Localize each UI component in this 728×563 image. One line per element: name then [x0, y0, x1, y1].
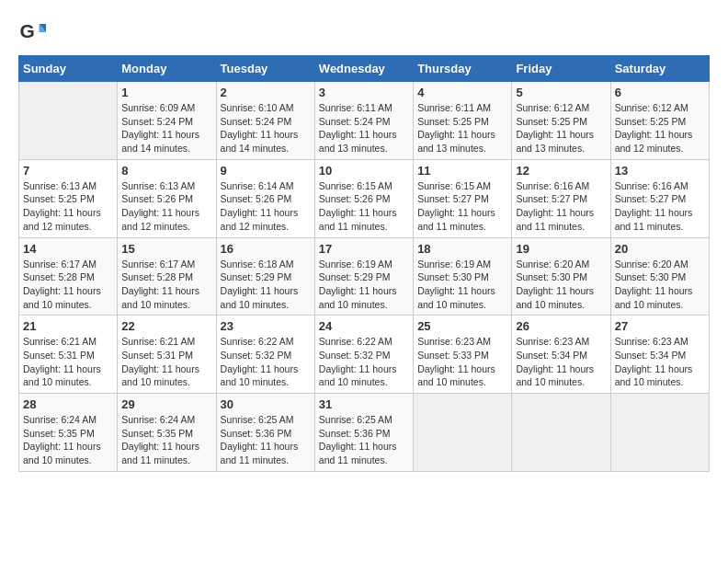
day-info: Sunrise: 6:14 AM Sunset: 5:26 PM Dayligh… — [221, 179, 311, 234]
day-cell: 18 Sunrise: 6:19 AM Sunset: 5:30 PM Dayl… — [414, 237, 512, 316]
day-number: 4 — [417, 86, 507, 99]
day-cell: 14 Sunrise: 6:17 AM Sunset: 5:28 PM Dayl… — [19, 237, 118, 316]
day-cell: 23 Sunrise: 6:22 AM Sunset: 5:32 PM Dayl… — [216, 316, 314, 394]
header-sunday: Sunday — [19, 56, 118, 82]
header-saturday: Saturday — [610, 56, 709, 82]
logo-icon: G — [18, 18, 46, 46]
day-number: 18 — [417, 242, 507, 256]
day-number: 15 — [121, 242, 211, 256]
calendar-table: SundayMondayTuesdayWednesdayThursdayFrid… — [18, 55, 710, 472]
logo: G — [18, 18, 50, 46]
day-cell: 13 Sunrise: 6:16 AM Sunset: 5:27 PM Dayl… — [610, 159, 709, 237]
day-info: Sunrise: 6:22 AM Sunset: 5:32 PM Dayligh… — [221, 335, 311, 389]
day-number: 2 — [221, 86, 311, 99]
day-info: Sunrise: 6:22 AM Sunset: 5:32 PM Dayligh… — [319, 335, 409, 389]
day-cell: 20 Sunrise: 6:20 AM Sunset: 5:30 PM Dayl… — [610, 237, 709, 316]
day-info: Sunrise: 6:24 AM Sunset: 5:35 PM Dayligh… — [23, 413, 113, 467]
day-cell: 22 Sunrise: 6:21 AM Sunset: 5:31 PM Dayl… — [118, 316, 216, 394]
day-number: 16 — [221, 242, 311, 256]
day-cell: 16 Sunrise: 6:18 AM Sunset: 5:29 PM Dayl… — [216, 237, 314, 316]
day-info: Sunrise: 6:19 AM Sunset: 5:29 PM Dayligh… — [319, 258, 409, 312]
day-cell: 8 Sunrise: 6:13 AM Sunset: 5:26 PM Dayli… — [118, 159, 216, 237]
day-number: 26 — [516, 319, 606, 333]
day-info: Sunrise: 6:21 AM Sunset: 5:31 PM Dayligh… — [121, 335, 211, 389]
header-thursday: Thursday — [414, 56, 512, 82]
day-cell: 21 Sunrise: 6:21 AM Sunset: 5:31 PM Dayl… — [19, 316, 118, 394]
day-cell: 15 Sunrise: 6:17 AM Sunset: 5:28 PM Dayl… — [118, 237, 216, 316]
day-number: 11 — [417, 164, 507, 178]
day-number: 21 — [23, 319, 113, 333]
day-number: 28 — [23, 397, 113, 411]
day-cell: 29 Sunrise: 6:24 AM Sunset: 5:35 PM Dayl… — [118, 394, 216, 472]
day-number: 29 — [121, 397, 211, 411]
day-cell: 30 Sunrise: 6:25 AM Sunset: 5:36 PM Dayl… — [216, 394, 314, 472]
day-cell: 28 Sunrise: 6:24 AM Sunset: 5:35 PM Dayl… — [19, 394, 118, 472]
day-cell: 4 Sunrise: 6:11 AM Sunset: 5:25 PM Dayli… — [414, 82, 512, 160]
day-number: 10 — [319, 164, 409, 178]
day-cell: 1 Sunrise: 6:09 AM Sunset: 5:24 PM Dayli… — [118, 82, 216, 160]
day-cell — [19, 82, 118, 160]
day-number: 14 — [23, 242, 113, 256]
day-cell: 11 Sunrise: 6:15 AM Sunset: 5:27 PM Dayl… — [414, 159, 512, 237]
header-monday: Monday — [118, 56, 216, 82]
day-info: Sunrise: 6:24 AM Sunset: 5:35 PM Dayligh… — [121, 413, 211, 467]
day-number: 20 — [615, 242, 705, 256]
day-info: Sunrise: 6:25 AM Sunset: 5:36 PM Dayligh… — [319, 413, 409, 467]
day-number: 23 — [221, 319, 311, 333]
day-number: 31 — [319, 397, 409, 411]
header-wednesday: Wednesday — [314, 56, 413, 82]
day-info: Sunrise: 6:15 AM Sunset: 5:26 PM Dayligh… — [319, 179, 409, 234]
day-info: Sunrise: 6:17 AM Sunset: 5:28 PM Dayligh… — [121, 258, 211, 312]
day-cell: 9 Sunrise: 6:14 AM Sunset: 5:26 PM Dayli… — [216, 159, 314, 237]
day-info: Sunrise: 6:10 AM Sunset: 5:24 PM Dayligh… — [221, 101, 311, 155]
day-number: 30 — [221, 397, 311, 411]
header-friday: Friday — [512, 56, 610, 82]
day-info: Sunrise: 6:09 AM Sunset: 5:24 PM Dayligh… — [121, 101, 211, 155]
week-row-1: 1 Sunrise: 6:09 AM Sunset: 5:24 PM Dayli… — [19, 82, 710, 160]
day-cell: 6 Sunrise: 6:12 AM Sunset: 5:25 PM Dayli… — [610, 82, 709, 160]
header-tuesday: Tuesday — [216, 56, 314, 82]
day-cell: 5 Sunrise: 6:12 AM Sunset: 5:25 PM Dayli… — [512, 82, 610, 160]
day-cell: 27 Sunrise: 6:23 AM Sunset: 5:34 PM Dayl… — [610, 316, 709, 394]
day-cell — [512, 394, 610, 472]
day-cell: 26 Sunrise: 6:23 AM Sunset: 5:34 PM Dayl… — [512, 316, 610, 394]
day-cell: 3 Sunrise: 6:11 AM Sunset: 5:24 PM Dayli… — [314, 82, 413, 160]
day-number: 1 — [121, 86, 211, 99]
day-cell: 25 Sunrise: 6:23 AM Sunset: 5:33 PM Dayl… — [414, 316, 512, 394]
day-number: 17 — [319, 242, 409, 256]
week-row-4: 21 Sunrise: 6:21 AM Sunset: 5:31 PM Dayl… — [19, 316, 710, 394]
page-header: G — [18, 18, 710, 46]
day-info: Sunrise: 6:25 AM Sunset: 5:36 PM Dayligh… — [221, 413, 311, 467]
day-info: Sunrise: 6:13 AM Sunset: 5:26 PM Dayligh… — [121, 179, 211, 234]
day-number: 7 — [23, 164, 113, 178]
day-number: 22 — [121, 319, 211, 333]
day-info: Sunrise: 6:21 AM Sunset: 5:31 PM Dayligh… — [23, 335, 113, 389]
day-cell: 10 Sunrise: 6:15 AM Sunset: 5:26 PM Dayl… — [314, 159, 413, 237]
day-info: Sunrise: 6:20 AM Sunset: 5:30 PM Dayligh… — [615, 258, 705, 312]
day-number: 5 — [516, 86, 606, 99]
day-number: 6 — [615, 86, 705, 99]
day-cell: 17 Sunrise: 6:19 AM Sunset: 5:29 PM Dayl… — [314, 237, 413, 316]
day-number: 25 — [417, 319, 507, 333]
day-info: Sunrise: 6:23 AM Sunset: 5:34 PM Dayligh… — [516, 335, 606, 389]
day-info: Sunrise: 6:13 AM Sunset: 5:25 PM Dayligh… — [23, 179, 113, 234]
day-cell: 7 Sunrise: 6:13 AM Sunset: 5:25 PM Dayli… — [19, 159, 118, 237]
header-row: SundayMondayTuesdayWednesdayThursdayFrid… — [19, 56, 710, 82]
day-info: Sunrise: 6:18 AM Sunset: 5:29 PM Dayligh… — [221, 258, 311, 312]
day-info: Sunrise: 6:23 AM Sunset: 5:34 PM Dayligh… — [615, 335, 705, 389]
day-info: Sunrise: 6:16 AM Sunset: 5:27 PM Dayligh… — [615, 179, 705, 234]
day-info: Sunrise: 6:19 AM Sunset: 5:30 PM Dayligh… — [417, 258, 507, 312]
day-info: Sunrise: 6:16 AM Sunset: 5:27 PM Dayligh… — [516, 179, 606, 234]
day-info: Sunrise: 6:15 AM Sunset: 5:27 PM Dayligh… — [417, 179, 507, 234]
week-row-2: 7 Sunrise: 6:13 AM Sunset: 5:25 PM Dayli… — [19, 159, 710, 237]
day-number: 19 — [516, 242, 606, 256]
day-number: 13 — [615, 164, 705, 178]
day-info: Sunrise: 6:11 AM Sunset: 5:25 PM Dayligh… — [417, 101, 507, 155]
day-cell: 31 Sunrise: 6:25 AM Sunset: 5:36 PM Dayl… — [314, 394, 413, 472]
day-cell: 19 Sunrise: 6:20 AM Sunset: 5:30 PM Dayl… — [512, 237, 610, 316]
day-cell — [414, 394, 512, 472]
day-cell: 2 Sunrise: 6:10 AM Sunset: 5:24 PM Dayli… — [216, 82, 314, 160]
week-row-5: 28 Sunrise: 6:24 AM Sunset: 5:35 PM Dayl… — [19, 394, 710, 472]
day-number: 3 — [319, 86, 409, 99]
day-number: 24 — [319, 319, 409, 333]
